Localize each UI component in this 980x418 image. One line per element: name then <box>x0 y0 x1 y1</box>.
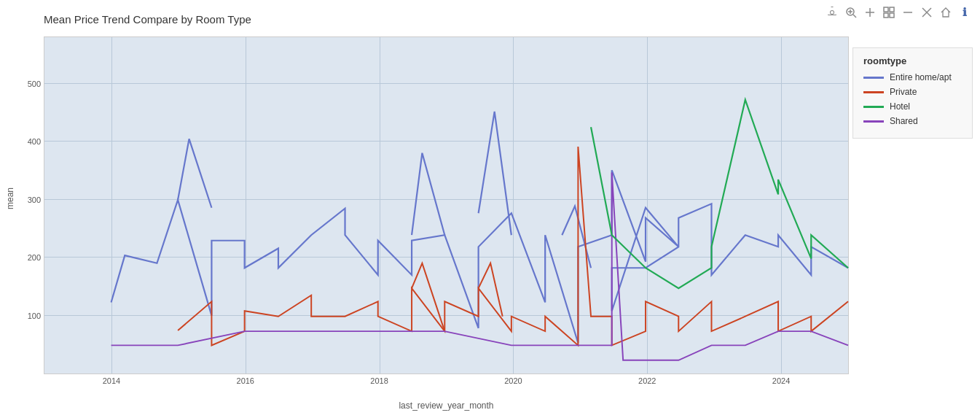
y-tick-300: 300 <box>28 196 41 204</box>
legend-item-entire: Entire home/apt <box>863 72 962 82</box>
x-tick-2016: 2016 <box>237 376 254 385</box>
legend-line-shared <box>863 120 884 123</box>
plus-icon[interactable] <box>862 4 878 20</box>
entire-home-spike-2017 <box>412 153 444 236</box>
legend-label-hotel: Hotel <box>890 101 910 112</box>
legend-item-private: Private <box>863 87 962 97</box>
private-spike-2018 <box>479 263 503 317</box>
pan-icon[interactable] <box>881 4 897 20</box>
entire-home-line <box>111 170 848 343</box>
svg-line-1 <box>853 15 856 18</box>
legend-item-shared: Shared <box>863 116 962 126</box>
x-axis-label: last_review_year_month <box>44 400 849 411</box>
svg-rect-8 <box>884 13 888 18</box>
entire-home-spike-2018 <box>479 112 511 235</box>
chart-container: ℹ Mean Price Trend Compare by Room Type … <box>0 0 980 418</box>
close-icon[interactable] <box>919 4 935 20</box>
minus-icon[interactable] <box>900 4 916 20</box>
y-tick-500: 500 <box>28 80 41 88</box>
x-tick-2022: 2022 <box>638 376 656 385</box>
y-tick-100: 100 <box>28 311 41 320</box>
svg-rect-7 <box>890 7 894 12</box>
y-axis-label: mean <box>5 187 15 209</box>
hotel-line <box>591 100 848 288</box>
y-tick-400: 400 <box>28 137 41 146</box>
x-tick-2014: 2014 <box>103 376 120 385</box>
legend: roomtype Entire home/apt Private Hotel S… <box>852 47 973 139</box>
legend-title: roomtype <box>863 55 962 66</box>
x-tick-2024: 2024 <box>772 376 790 385</box>
x-tick-2018: 2018 <box>370 376 388 385</box>
camera-icon[interactable] <box>824 4 840 20</box>
legend-line-private <box>863 91 884 93</box>
legend-label-shared: Shared <box>890 116 918 126</box>
legend-line-entire <box>863 77 884 79</box>
svg-rect-9 <box>890 13 894 18</box>
chart-svg <box>44 37 848 374</box>
chart-title: Mean Price Trend Compare by Room Type <box>44 13 251 26</box>
private-spike-2017 <box>412 263 444 331</box>
zoom-icon[interactable] <box>843 4 859 20</box>
legend-label-entire: Entire home/apt <box>890 72 952 82</box>
legend-line-hotel <box>863 106 884 108</box>
x-tick-2020: 2020 <box>504 376 522 385</box>
chart-area: 100 200 300 400 500 2014 2016 2018 2020 … <box>44 36 849 374</box>
toolbar: ℹ <box>824 4 973 20</box>
home-icon[interactable] <box>938 4 954 20</box>
legend-item-hotel: Hotel <box>863 101 962 112</box>
entire-home-spike-2015 <box>178 139 211 207</box>
svg-rect-6 <box>884 7 888 12</box>
info-icon[interactable]: ℹ <box>957 4 973 20</box>
y-tick-200: 200 <box>28 253 41 262</box>
legend-label-private: Private <box>890 87 917 97</box>
private-room-line <box>178 147 848 345</box>
